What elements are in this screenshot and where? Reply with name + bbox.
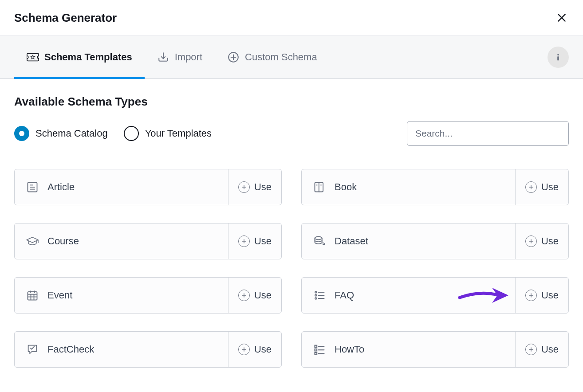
use-label: Use <box>254 290 272 301</box>
use-label: Use <box>541 344 559 355</box>
use-button[interactable]: Use <box>515 278 568 313</box>
use-button[interactable]: Use <box>515 332 568 367</box>
schema-type-label: Dataset <box>335 235 515 247</box>
use-button[interactable]: Use <box>228 169 281 205</box>
svg-rect-47 <box>315 353 317 355</box>
tab-label: Custom Schema <box>245 51 317 63</box>
schema-card-faq: FAQ Use <box>301 277 569 314</box>
use-label: Use <box>254 181 272 193</box>
schema-card-course: Course Use <box>14 223 282 259</box>
content: Available Schema Types Schema Catalog Yo… <box>0 79 583 376</box>
factcheck-icon <box>25 342 39 357</box>
schema-card-howto: HowTo Use <box>301 331 569 368</box>
use-label: Use <box>254 344 272 355</box>
svg-rect-45 <box>315 349 317 351</box>
plus-icon <box>525 181 537 193</box>
close-button[interactable] <box>555 11 569 25</box>
use-label: Use <box>541 290 559 301</box>
radio-label: Your Templates <box>145 128 212 139</box>
svg-point-37 <box>315 298 317 299</box>
radio-group: Schema Catalog Your Templates <box>14 126 212 141</box>
svg-point-33 <box>315 291 317 293</box>
use-button[interactable]: Use <box>228 332 281 367</box>
filter-row: Schema Catalog Your Templates <box>14 121 569 146</box>
use-label: Use <box>541 181 559 193</box>
header: Schema Generator <box>0 0 583 35</box>
schema-type-label: Book <box>335 181 515 193</box>
schema-card-book: Book Use <box>301 169 569 205</box>
radio-indicator <box>14 126 29 141</box>
schema-type-label: FactCheck <box>47 344 228 355</box>
plus-icon <box>238 181 250 193</box>
download-icon <box>157 51 169 63</box>
info-icon <box>553 52 563 62</box>
plus-icon <box>238 235 250 247</box>
section-title: Available Schema Types <box>14 95 569 109</box>
schema-type-label: HowTo <box>335 344 515 355</box>
schema-card-factcheck: FactCheck Use <box>14 331 282 368</box>
schema-type-label: Event <box>47 290 228 301</box>
tab-schema-templates[interactable]: Schema Templates <box>14 36 145 78</box>
use-button[interactable]: Use <box>515 169 568 205</box>
course-icon <box>25 234 39 248</box>
use-label: Use <box>541 235 559 247</box>
search-input[interactable] <box>407 121 569 146</box>
cards-grid: Article Use Book Use Course Use <box>14 169 569 368</box>
radio-your-templates[interactable]: Your Templates <box>124 126 212 141</box>
schema-type-label: FAQ <box>335 290 515 301</box>
tab-label: Import <box>175 51 202 63</box>
article-icon <box>25 180 39 194</box>
tab-custom-schema[interactable]: Custom Schema <box>215 36 330 78</box>
svg-point-6 <box>557 54 559 56</box>
use-label: Use <box>254 235 272 247</box>
faq-icon <box>312 288 327 302</box>
schema-card-dataset: Dataset Use <box>301 223 569 259</box>
howto-icon <box>312 342 327 357</box>
dataset-icon <box>312 234 327 248</box>
schema-type-label: Article <box>47 181 228 193</box>
book-icon <box>312 180 327 194</box>
tab-label: Schema Templates <box>44 51 132 63</box>
plus-icon <box>238 344 250 355</box>
info-button[interactable] <box>548 47 569 68</box>
use-button[interactable]: Use <box>515 223 568 259</box>
plus-circle-icon <box>227 51 240 63</box>
svg-rect-24 <box>28 292 37 300</box>
plus-icon <box>238 290 250 301</box>
use-button[interactable]: Use <box>228 223 281 259</box>
schema-card-event: Event Use <box>14 277 282 314</box>
close-icon <box>556 12 567 24</box>
plus-icon <box>525 290 537 301</box>
plus-icon <box>525 344 537 355</box>
plus-icon <box>525 235 537 247</box>
schema-card-article: Article Use <box>14 169 282 205</box>
svg-rect-43 <box>315 345 317 348</box>
svg-rect-7 <box>557 56 559 60</box>
svg-point-35 <box>315 294 317 296</box>
event-icon <box>25 288 39 302</box>
radio-schema-catalog[interactable]: Schema Catalog <box>14 126 108 141</box>
schema-type-label: Course <box>47 235 228 247</box>
radio-indicator <box>124 126 139 141</box>
ticket-star-icon <box>27 51 39 63</box>
page-title: Schema Generator <box>14 11 117 25</box>
svg-point-21 <box>315 237 322 240</box>
tab-import[interactable]: Import <box>145 36 215 78</box>
use-button[interactable]: Use <box>228 278 281 313</box>
radio-label: Schema Catalog <box>35 128 108 139</box>
tabs-bar: Schema Templates Import Custom Schema <box>0 35 583 79</box>
